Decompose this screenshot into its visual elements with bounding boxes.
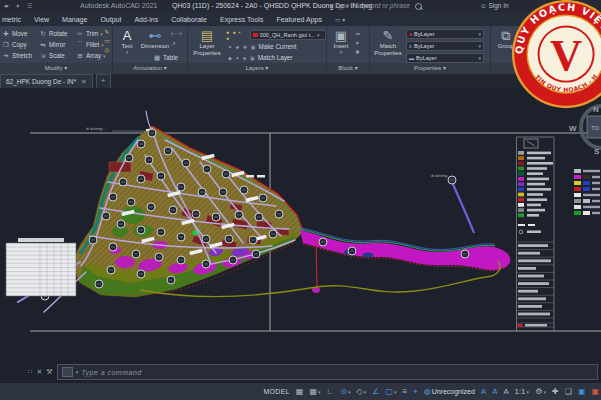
- model-button[interactable]: MODEL: [261, 388, 291, 395]
- insert-button[interactable]: ▣ Insert▾: [330, 29, 352, 56]
- svg-text:N: N: [593, 105, 599, 114]
- sign-in-button[interactable]: ☺ Sign In: [480, 0, 509, 12]
- drawing-tab[interactable]: 62_HPK Duong De - IN* ✕: [0, 74, 93, 88]
- copy-button[interactable]: ❐Copy: [2, 39, 38, 50]
- command-wrench-icon[interactable]: ⚒: [46, 368, 52, 376]
- menu-tab-manage[interactable]: Manage: [62, 16, 87, 23]
- command-input[interactable]: ▾ Type a command: [57, 364, 598, 380]
- menu-tab-featured-apps[interactable]: Featured Apps: [276, 16, 322, 23]
- dimension-button[interactable]: ⊷ Dimension: [139, 29, 171, 50]
- modify-extra-icon-0[interactable]: ✎: [104, 28, 110, 35]
- notify-red-icon[interactable]: ▣: [589, 387, 601, 396]
- block-mini-icon-1[interactable]: ✦: [355, 40, 361, 46]
- ribbon: ✚Move❐Copy⇸Stretch↻Rotate⇋Mirror⇲Scale✂T…: [0, 26, 601, 75]
- table-button[interactable]: ▦ Table: [153, 52, 178, 63]
- osnap-icon[interactable]: ▢▾: [383, 387, 398, 396]
- panel-label-layers[interactable]: Layers ▾: [188, 63, 326, 74]
- menu-tab-view[interactable]: View: [34, 16, 49, 23]
- rotate-button[interactable]: ↻Rotate: [39, 28, 75, 39]
- command-close-icon[interactable]: ✕: [36, 368, 42, 376]
- search-input[interactable]: Type a keyword or phrase: [335, 2, 410, 9]
- layer-bulb-icons[interactable]: ● ● ▪ ●: [226, 29, 248, 41]
- match-properties-button[interactable]: ✎ Match Properties: [372, 29, 404, 57]
- modify-extra-icon-2[interactable]: ◎: [104, 46, 110, 53]
- layer-properties-button[interactable]: ▤ Layer Properties: [190, 29, 224, 57]
- stretch-button[interactable]: ⇸Stretch: [2, 50, 38, 61]
- menu-tab-collaborate[interactable]: Collaborate: [171, 16, 207, 23]
- legend-swatch: [518, 198, 524, 202]
- mirror-button[interactable]: ⇋Mirror: [39, 39, 75, 50]
- viewcube[interactable]: N W S TO: [569, 105, 601, 156]
- annotation-people-icon[interactable]: A: [502, 387, 511, 396]
- settings-gear-icon[interactable]: ⚙▾: [533, 387, 548, 396]
- command-dropdown-icon[interactable]: ▾: [76, 369, 79, 375]
- panel-properties: ✎ Match Properties ■ByLayer▾≡ByLayer▾▬By…: [370, 26, 491, 74]
- block-mini-icon-0[interactable]: ≔: [355, 31, 361, 37]
- panel-label-block[interactable]: Block ▾: [327, 63, 369, 74]
- panel-label-annotation[interactable]: Annotation ▾: [113, 63, 187, 74]
- ortho-icon[interactable]: ∟: [324, 387, 336, 396]
- svg-text:S: S: [594, 147, 600, 156]
- menu-tab-add-ins[interactable]: Add-ins: [134, 16, 158, 23]
- mini-legend-swatch: [574, 169, 581, 173]
- menu-tab-metric[interactable]: metric: [2, 16, 21, 23]
- osnap-tracking-icon[interactable]: ∠: [370, 387, 381, 396]
- stretch-icon: ⇸: [2, 52, 10, 60]
- panel-label-groups[interactable]: Groups ▾: [491, 63, 581, 74]
- block-mini-icon-2[interactable]: ❖: [355, 49, 361, 55]
- properties-field-1[interactable]: ≡ByLayer▾: [406, 41, 484, 51]
- menu-tab-output[interactable]: Output: [100, 16, 121, 23]
- leader-icon[interactable]: ↗: [171, 40, 181, 47]
- polar-tracking-icon[interactable]: ⊙▾: [338, 387, 352, 396]
- file-tab-bar: 62_HPK Duong De - IN* ✕ +: [0, 74, 601, 88]
- panel-modify: ✚Move❐Copy⇸Stretch↻Rotate⇋Mirror⇲Scale✂T…: [0, 26, 113, 74]
- legend-swatch: [518, 213, 524, 217]
- isodraft-icon[interactable]: ◇▾: [355, 387, 369, 396]
- model-space[interactable]: đi đường ... đi đường ...: [0, 88, 601, 383]
- properties-field-2[interactable]: ▬ByLayer▾: [406, 53, 484, 63]
- legend-swatch: [518, 172, 524, 176]
- scale-select[interactable]: 1:1▾: [513, 388, 531, 395]
- layer-select[interactable]: 000_QH_Ranh gioi t... ▾: [250, 30, 326, 40]
- new-tab-button[interactable]: +: [96, 74, 111, 88]
- autoscale-icon[interactable]: A: [490, 387, 499, 396]
- mini-legend-swatch: [583, 211, 590, 215]
- panel-label-modify[interactable]: Modify ▾: [0, 63, 112, 74]
- clean-screen-icon[interactable]: ❏: [563, 387, 574, 396]
- add-workspace-icon[interactable]: ✚: [550, 387, 561, 396]
- panel-label-properties[interactable]: Properties ▾: [370, 63, 490, 74]
- dimension-icon: ⊷: [149, 29, 162, 43]
- trim-button[interactable]: ✂Trim▾: [76, 28, 106, 39]
- notify-blue-icon[interactable]: ▣: [576, 387, 588, 396]
- menu-tab-express-tools[interactable]: Express Tools: [220, 16, 263, 23]
- dim-linear-icon[interactable]: ⊢⊣: [171, 30, 181, 37]
- command-grip-icon[interactable]: ∷: [28, 368, 32, 376]
- array-button[interactable]: ⊞Array▾: [76, 50, 106, 61]
- modify-extra-icon-1[interactable]: ▭: [104, 37, 110, 44]
- tab-close-icon[interactable]: ✕: [81, 78, 86, 86]
- quick-access-toolbar[interactable]: ▰ ▾ ☰: [4, 0, 35, 12]
- mini-legend-swatch: [574, 193, 581, 197]
- snap-icon[interactable]: ▦▾: [307, 387, 322, 396]
- menu-more-button[interactable]: ▭ ▾: [335, 16, 345, 23]
- table-icon: ▦: [153, 54, 161, 62]
- properties-field-0[interactable]: ■ByLayer▾: [406, 29, 484, 39]
- scale-button[interactable]: ⇲Scale: [39, 50, 75, 61]
- lineweight-icon[interactable]: ≡: [400, 387, 409, 396]
- patch-magenta: [115, 256, 135, 268]
- fillet-button[interactable]: ⌒Fillet▾: [76, 39, 106, 50]
- make-current-button[interactable]: ✦ ◈ ❖ ▣ Make Current: [228, 41, 297, 52]
- location-pin-icon[interactable]: ⌖: [411, 387, 420, 397]
- geolocation-status[interactable]: ◍Unrecognized: [422, 387, 477, 396]
- grid-icon[interactable]: ▦: [294, 387, 306, 396]
- search-box[interactable]: ▸ Type a keyword or phrase: [330, 0, 425, 12]
- group-button[interactable]: ⧉ Group: [494, 29, 518, 50]
- annotation-visibility-icon[interactable]: A: [479, 387, 488, 396]
- drawing-canvas[interactable]: đi đường ... đi đường ...: [0, 88, 601, 383]
- text-button[interactable]: A Text▾: [116, 29, 138, 56]
- match-layer-button[interactable]: ◆ ✦ ◈ ▣ Match Layer: [228, 52, 292, 63]
- mirror-icon: ⇋: [39, 41, 47, 49]
- move-button[interactable]: ✚Move: [2, 28, 38, 39]
- search-icon[interactable]: [415, 3, 422, 10]
- command-line[interactable]: ∷ ✕ ⚒ ▾ Type a command: [28, 364, 598, 380]
